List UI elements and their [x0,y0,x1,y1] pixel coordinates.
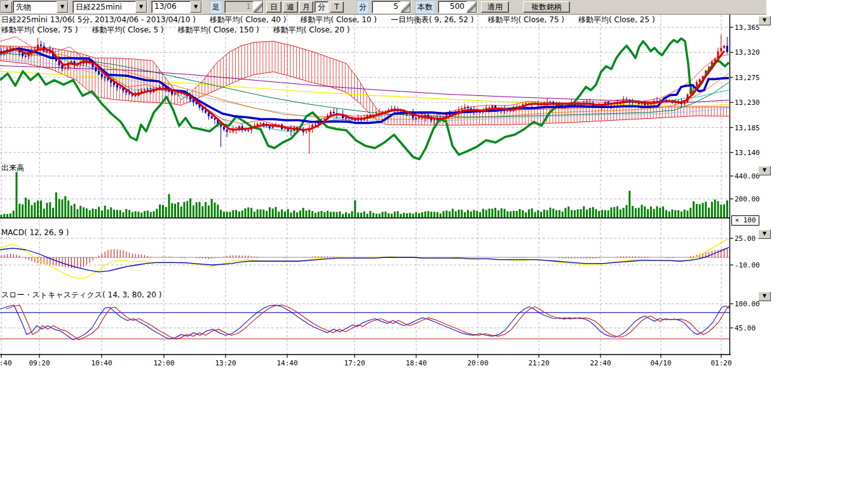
svg-text:13,275: 13,275 [735,74,760,82]
svg-text:09:20: 09:20 [29,359,50,367]
legend-row-2: 移動平均( Close, 75 )移動平均( Close, 5 )移動平均( C… [1,25,349,36]
svg-text:10:40: 10:40 [91,359,112,367]
volume-bars [0,172,729,218]
svg-text:12:00: 12:00 [153,359,174,367]
grid-lines [0,15,729,355]
legend-item: 日経225mini 13/06( 5分, 2013/04/06 - 2013/0… [1,15,196,25]
legend-item: 移動平均( Close, 10 ) [300,15,377,25]
legend-item: 移動平均( Close, 75 ) [1,25,78,36]
svg-text:01:20: 01:20 [710,359,731,367]
volume-pane-title: 出来高 [1,163,24,173]
stochastics-pane-title: スロー・ストキャスティクス( 14, 3, 80, 20 ) [1,290,161,301]
legend-item: 移動平均( Close, 40 ) [210,15,287,25]
stochastics-pane [0,305,729,340]
volume-multiplier-badge: × 100 [731,215,759,226]
axes: 13,36513,32013,27513,23013,18513,140440.… [0,15,760,367]
svg-text:45.00: 45.00 [735,324,756,332]
svg-text:13:20: 13:20 [215,359,236,367]
svg-text:22:40: 22:40 [590,359,611,367]
svg-text:17:20: 17:20 [344,359,365,367]
svg-text:13,230: 13,230 [735,98,760,107]
chart-plot-area[interactable]: 13,36513,32013,27513,23013,18513,140440.… [0,0,868,488]
volume-pane-menu-button[interactable]: ▼ [758,166,771,175]
svg-text:13,185: 13,185 [735,124,760,132]
svg-text:21:20: 21:20 [528,359,549,367]
legend-item: 移動平均( Close, 150 ) [178,25,259,36]
legend-item: 移動平均( Close, 20 ) [273,25,350,36]
svg-text:13,320: 13,320 [735,48,760,57]
svg-text:18:40: 18:40 [405,359,426,367]
legend-row-1: 日経225mini 13/06( 5分, 2013/04/06 - 2013/0… [1,15,655,25]
price-pane-menu-button[interactable]: ▼ [758,16,771,25]
legend-item: 移動平均( Close, 75 ) [487,15,564,25]
svg-text:13,365: 13,365 [735,24,760,32]
svg-text:14:40: 14:40 [276,359,297,367]
macd-pane-title: MACD( 12, 26, 9 ) [1,228,69,237]
macd-pane-menu-button[interactable]: ▼ [758,229,771,239]
legend-item: 一目均衡表( 9, 26, 52 ) [391,15,473,25]
macd-pane [0,239,729,278]
svg-text:25.00: 25.00 [735,234,756,243]
svg-text:100.00: 100.00 [735,300,760,308]
svg-text:200.00: 200.00 [735,195,760,203]
svg-text:440.00: 440.00 [735,172,760,180]
svg-text:04/10: 04/10 [650,359,671,367]
svg-text:02:40: 02:40 [0,359,12,367]
legend-item: 移動平均( Close, 5 ) [92,25,164,36]
stochastics-pane-menu-button[interactable]: ▼ [758,292,771,301]
svg-text:20:00: 20:00 [467,359,488,367]
legend-item: 移動平均( Close, 25 ) [578,15,655,25]
chart-application-window: ▼ 先物 ▼ 日経225mini ▼ 13/06 ▼ 足 1 日 週 月 分 [0,0,868,488]
svg-text:-10.00: -10.00 [735,261,760,269]
svg-text:13,140: 13,140 [735,149,760,157]
